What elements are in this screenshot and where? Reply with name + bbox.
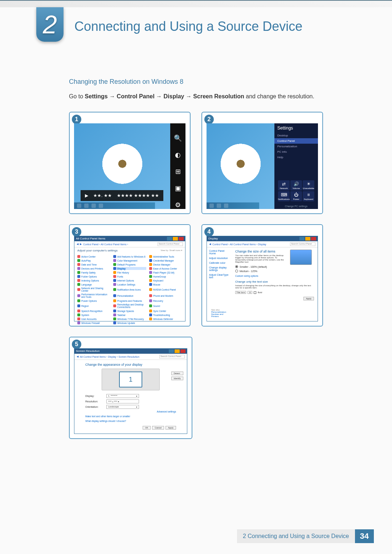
section-subtitle: Changing the Resolution on Windows 8	[69, 78, 323, 86]
settings-item: Help	[274, 155, 318, 160]
cp-item: Date and Time	[77, 263, 110, 266]
cp-item-label: Notification Area Icons	[117, 288, 141, 291]
cp-item-label: RemoteApp and Desktop Connections	[117, 303, 146, 308]
side-link: Change display settings	[209, 266, 229, 271]
see-also: See also Personalization Devices and Pri…	[209, 309, 229, 319]
taskbar	[207, 202, 259, 209]
footer-chapter: 2 Connecting and Using a Source Device	[237, 529, 355, 543]
cp-item-icon	[149, 309, 152, 312]
cp-item: Language	[77, 283, 110, 286]
cp-item-label: File History	[117, 271, 129, 274]
cp-item-icon	[113, 255, 116, 258]
cp-item: Windows Defender	[149, 317, 182, 320]
cp-item-label: AutoPlay	[81, 259, 91, 262]
close-icon	[180, 349, 185, 353]
cp-item-icon	[113, 283, 116, 286]
resolution-label: Resolution:	[85, 400, 103, 403]
desktop-wallpaper: ▶ ★★. ★★ ★★★★ ★★★★ ★★	[74, 123, 170, 209]
cp-item-label: Display	[117, 267, 126, 270]
cp-item-label: Speech Recognition	[81, 310, 102, 312]
cp-item-icon	[77, 271, 80, 274]
tile-power: ⏻Power	[290, 191, 302, 201]
cp-item-label: Action Center	[81, 255, 95, 258]
cp-item: Credential Manager	[149, 259, 182, 262]
close-icon	[179, 237, 184, 241]
advanced-settings-link: Advanced settings	[85, 410, 176, 413]
cp-item-label: Power Options	[81, 300, 97, 302]
screenshot-grid: 1 ▶ ★★. ★★ ★★★★ ★★★★ ★★	[69, 112, 323, 439]
cp-item-label: Family Safety	[81, 271, 95, 274]
titlebar-select: Title bars	[235, 291, 246, 294]
help-link: What display settings should I choose?	[85, 420, 176, 422]
identify-button: Identify	[171, 377, 183, 380]
cp-item: Action Center	[77, 255, 110, 258]
cp-item-icon	[77, 317, 80, 320]
cp-item-label: HomeGroup	[153, 275, 166, 278]
cp-item-icon	[149, 255, 152, 258]
cp-item-label: Credential Manager	[153, 259, 174, 262]
cp-item-icon	[149, 304, 152, 307]
cp-item-label: Location Settings	[117, 283, 135, 286]
cp-item-icon	[77, 255, 80, 258]
cp-item: Location Settings	[113, 283, 146, 286]
cp-item-label: Personalization	[117, 295, 133, 297]
cp-item-label: Troubleshooting	[153, 314, 170, 316]
instr-post: and change the resolution.	[246, 93, 314, 99]
cp-item-icon	[149, 288, 152, 291]
search-input: Search Control Panel	[290, 242, 315, 246]
arrow-icon: →	[156, 93, 162, 99]
cp-item-icon	[77, 275, 80, 278]
cp-item-label: User Accounts	[81, 318, 97, 320]
breadcrumb: ◀ ▶ Control Panel › All Control Panel It…	[74, 241, 185, 247]
display-sidebar: Control Panel Home Adjust resolution Cal…	[207, 247, 232, 321]
cp-item-icon	[113, 275, 116, 278]
chapter-number: 2	[43, 10, 57, 39]
chapter-badge: 2	[36, 7, 64, 42]
screen-resolution-window: Screen Resolution ◀ All Control Panel It…	[74, 348, 187, 434]
maximize-icon	[175, 349, 180, 353]
cp-item-icon	[77, 288, 80, 291]
cp-item-icon	[113, 309, 116, 312]
cp-item-icon	[77, 309, 80, 312]
flower-graphic	[217, 140, 264, 188]
share-icon: ◐	[174, 151, 182, 159]
cp-item: Ease of Access Center	[149, 267, 182, 270]
display-label: Display:	[85, 395, 103, 397]
step-badge-5: 5	[72, 340, 81, 349]
display-window: Display ◀ Control Panel › All Control Pa…	[207, 236, 318, 321]
cp-item-label: Phone and Modem	[153, 295, 173, 297]
settings-item: Personalization	[274, 144, 318, 149]
content-area: Changing the Resolution on Windows 8 Go …	[0, 42, 392, 439]
radio-on-icon	[235, 265, 238, 268]
cp-item: Region	[77, 303, 110, 308]
search-icon: 🔍	[174, 134, 182, 142]
power-icon: ⏻	[294, 192, 298, 197]
cp-item-label: Keyboard	[153, 279, 163, 282]
cp-item: Network and Sharing Center	[77, 287, 110, 292]
breadcrumb-path: All Control Panel Items › Display › Scre…	[80, 356, 139, 358]
cp-item-label: Date and Time	[81, 263, 97, 266]
cp-item-icon	[113, 313, 116, 316]
cp-item-icon	[113, 271, 116, 274]
instr-controlpanel: Control Panel	[117, 93, 155, 99]
chapter-title: Connecting and Using a Source Device	[74, 19, 302, 34]
cp-item: Fonts	[113, 275, 146, 278]
back-icon: ◀	[77, 243, 78, 246]
minimize-icon	[169, 349, 174, 353]
cp-item-label: Language	[81, 283, 92, 286]
cp-item-icon	[77, 304, 80, 307]
settings-title: Settings	[274, 123, 318, 133]
cp-item-icon	[77, 294, 80, 297]
cp-item-icon	[113, 267, 116, 270]
cp-item-label: Administrative Tools	[153, 255, 174, 258]
page-number: 34	[355, 529, 374, 543]
custom-sizing-link: Custom sizing options	[235, 275, 314, 277]
window-title: Screen Resolution	[76, 349, 99, 353]
side-link: Adjust ClearType text	[209, 274, 229, 279]
cp-item-icon	[149, 275, 152, 278]
screenshot-2: 2 Settings Deskto	[201, 112, 323, 214]
cp-item-label: Internet Options	[117, 279, 134, 282]
window-title: Display	[208, 237, 218, 241]
control-panel-grid: Action CenterAdd features to Windows 8Ad…	[74, 254, 185, 326]
cp-item-label: Devices and Printers	[81, 267, 103, 270]
